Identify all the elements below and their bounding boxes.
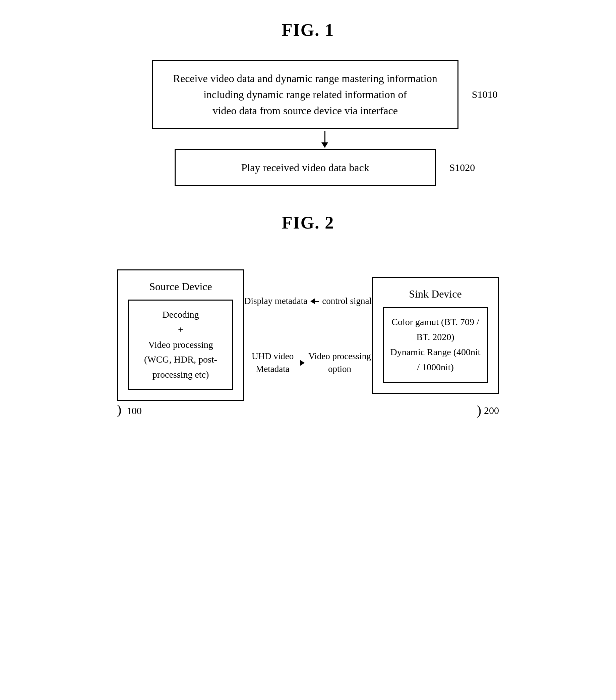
source-number: ) 100 (117, 404, 142, 416)
flow-arrow-1 (324, 129, 325, 149)
step1-box: Receive video data and dynamic range mas… (152, 60, 458, 129)
sink-inner-box: Color gamut (BT. 709 / BT. 2020)Dynamic … (383, 307, 488, 382)
step1-text: Receive video data and dynamic range mas… (173, 72, 438, 117)
arrow-left-top (311, 301, 319, 302)
fig1-title: FIG. 1 (27, 20, 589, 40)
source-inner-box: Decoding+Video processing(WCG, HDR, post… (128, 300, 233, 390)
source-num: 100 (127, 405, 142, 416)
flow-step-2: Play received video data back S1020 (175, 149, 475, 186)
source-bracket: ) (117, 402, 121, 417)
fig2-full: Source Device Decoding+Video processing(… (27, 253, 589, 416)
source-device-box: Source Device Decoding+Video processing(… (117, 270, 244, 401)
uhd-video-label: UHD video Metadata (244, 350, 301, 376)
sink-num: 200 (484, 405, 499, 416)
diagram-container: Source Device Decoding+Video processing(… (117, 270, 499, 401)
video-processing-option-label: Video processing option (308, 350, 372, 376)
page: FIG. 1 Receive video data and dynamic ra… (0, 0, 616, 700)
step2-label: S1020 (449, 162, 475, 173)
center-arrows: Display metadata control signal UHD vide… (244, 288, 372, 382)
source-device-title: Source Device (128, 280, 233, 293)
signal-pair-bottom: UHD video Metadata Video processing opti… (244, 350, 372, 376)
step1-label: S1010 (472, 89, 498, 100)
fig2-section: FIG. 2 Source Device Decoding+Video proc… (27, 213, 589, 416)
sink-number: ) 200 (477, 404, 499, 416)
flowchart: Receive video data and dynamic range mas… (60, 60, 589, 186)
signal-pair-top: Display metadata control signal (244, 295, 372, 308)
device-numbers-row: ) 100 ) 200 (117, 404, 499, 416)
sink-device-title: Sink Device (383, 288, 488, 300)
sink-bracket: ) (477, 405, 481, 416)
step2-text: Play received video data back (241, 162, 369, 174)
step2-box: Play received video data back (175, 149, 436, 186)
sink-device-box: Sink Device Color gamut (BT. 709 / BT. 2… (372, 277, 499, 393)
control-signal-label: control signal (322, 295, 372, 308)
flow-step-1: Receive video data and dynamic range mas… (152, 60, 498, 129)
fig2-title: FIG. 2 (27, 213, 589, 233)
sink-inner-text: Color gamut (BT. 709 / BT. 2020)Dynamic … (390, 317, 480, 372)
fig1-section: FIG. 1 Receive video data and dynamic ra… (27, 20, 589, 186)
source-inner-text: Decoding+Video processing(WCG, HDR, post… (144, 309, 217, 380)
display-metadata-label: Display metadata (244, 295, 307, 308)
arrow-down-1 (324, 131, 325, 148)
